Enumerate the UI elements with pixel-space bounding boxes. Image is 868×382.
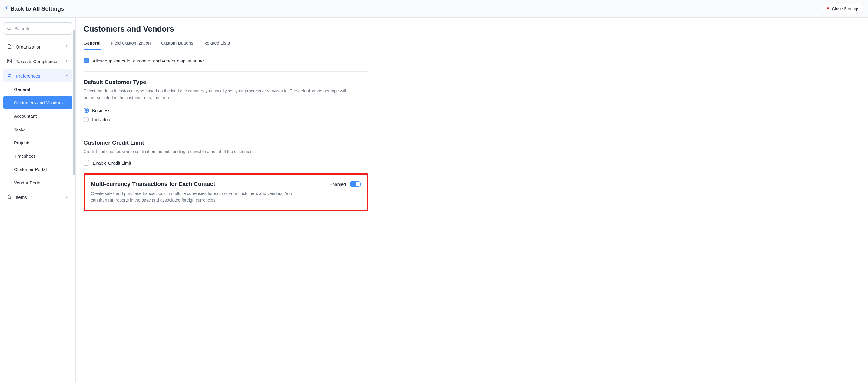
page-title: Customers and Vendors [84,24,860,34]
sidebar-item-pref-timesheet[interactable]: Timesheet [3,149,72,163]
sidebar-item-pref-customers-vendors[interactable]: Customers and Vendors [3,96,72,109]
chevron-left-icon [4,5,9,12]
bag-icon [7,194,12,200]
tab-custom-buttons[interactable]: Custom Buttons [161,40,193,50]
sidebar-item-preferences[interactable]: Preferences [3,69,72,83]
sidebar-item-label: Accountant [14,113,37,119]
sidebar-item-organization[interactable]: Organization [3,40,72,53]
radio-individual[interactable] [84,117,89,122]
allow-duplicates-checkbox[interactable] [84,58,89,63]
default-customer-type-heading: Default Customer Type [84,79,368,86]
multi-currency-heading: Multi-currency Transactions for Each Con… [91,181,215,187]
back-label: Back to All Settings [10,5,64,12]
sliders-icon [7,73,12,79]
sidebar-item-label: Taxes & Compliance [16,59,57,64]
tab-general[interactable]: General [84,40,100,50]
allow-duplicates-label: Allow duplicates for customer and vendor… [93,58,205,63]
percent-icon [7,58,12,65]
sidebar-item-taxes[interactable]: Taxes & Compliance [3,55,72,68]
sidebar-item-pref-vendor-portal[interactable]: Vendor Portal [3,176,72,189]
sidebar-item-label: Items [16,195,27,200]
sidebar-item-label: General [14,87,30,92]
sidebar-item-pref-customer-portal[interactable]: Customer Portal [3,163,72,176]
tab-field-customization[interactable]: Field Customization [111,40,151,50]
svg-point-7 [8,60,9,60]
svg-rect-4 [8,44,10,49]
settings-main: Customers and Vendors General Field Cust… [76,18,868,382]
multi-currency-section: Multi-currency Transactions for Each Con… [84,173,368,211]
section-divider [84,132,368,132]
svg-point-12 [10,76,11,77]
sidebar-item-label: Projects [14,140,30,145]
settings-tabs: General Field Customization Custom Butto… [84,40,860,50]
sidebar-item-label: Timesheet [14,153,35,158]
settings-sidebar: Organization Taxes & Compliance Preferen… [0,18,76,382]
chevron-right-icon [64,59,69,64]
allow-duplicates-row[interactable]: Allow duplicates for customer and vendor… [84,57,368,71]
radio-business[interactable] [84,108,89,113]
multi-currency-toggle[interactable] [349,181,361,187]
sidebar-item-label: Customer Portal [14,167,46,172]
enable-credit-limit-label: Enable Credit Limit [93,160,131,166]
sidebar-item-pref-general[interactable]: General [3,83,72,96]
topbar: Back to All Settings Close Settings [0,0,868,18]
radio-individual-row[interactable]: Individual [84,115,368,124]
close-label: Close Settings [832,6,859,11]
svg-line-3 [10,29,11,30]
default-customer-type-desc: Select the default customer type based o… [84,88,350,101]
credit-limit-desc: Credit Limit enables you to set limit on… [84,149,350,155]
svg-point-2 [7,27,10,30]
building-icon [7,43,12,50]
radio-business-row[interactable]: Business [84,106,368,115]
sidebar-item-pref-accountant[interactable]: Accountant [3,109,72,122]
sidebar-item-label: Vendor Portal [14,180,41,185]
multi-currency-status-label: Enabled [329,182,346,187]
radio-business-label: Business [92,108,111,113]
sidebar-item-pref-tasks[interactable]: Tasks [3,122,72,136]
svg-point-9 [8,74,9,75]
sidebar-item-items[interactable]: Items [3,190,72,204]
multi-currency-desc: Create sales and purchase transactions i… [91,190,297,203]
credit-limit-heading: Customer Credit Limit [84,140,368,146]
svg-point-8 [10,61,10,62]
sidebar-item-label: Preferences [16,74,40,79]
svg-line-6 [8,60,10,62]
sidebar-item-pref-projects[interactable]: Projects [3,136,72,149]
multi-currency-toggle-wrap[interactable]: Enabled [329,181,361,187]
chevron-right-icon [64,44,69,50]
close-icon [826,6,830,11]
enable-credit-limit-row[interactable]: Enable Credit Limit [84,160,368,166]
section-divider [84,71,368,71]
settings-search-input[interactable] [3,23,72,35]
sidebar-item-label: Customers and Vendors [14,100,63,105]
close-settings-button[interactable]: Close Settings [822,4,863,13]
tab-related-lists[interactable]: Related Lists [204,40,230,50]
chevron-down-icon [64,74,69,79]
search-field-wrap [3,23,72,35]
enable-credit-limit-checkbox[interactable] [84,160,89,166]
radio-individual-label: Individual [92,117,111,122]
back-to-settings-link[interactable]: Back to All Settings [4,5,64,12]
credit-limit-section: Customer Credit Limit Credit Limit enabl… [84,140,368,173]
default-customer-type-section: Default Customer Type Select the default… [84,79,368,132]
sidebar-item-label: Organization [16,44,41,50]
chevron-right-icon [64,195,69,200]
sidebar-item-label: Tasks [14,127,26,132]
